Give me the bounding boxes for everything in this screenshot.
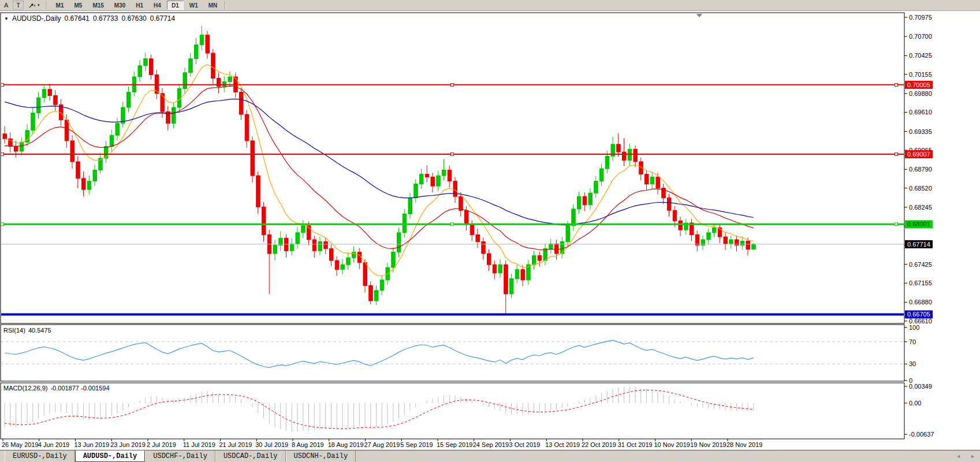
pane-separator-main-rsi[interactable]: [0, 323, 904, 325]
date-label: 24 Sep 2019: [473, 441, 509, 448]
pane-separator-rsi-macd[interactable]: [0, 381, 904, 383]
candle: [37, 92, 41, 119]
tab-scrollbar: ◄ ►: [956, 453, 975, 460]
candle: [93, 165, 97, 186]
text-tool-button[interactable]: T: [13, 1, 24, 10]
tab-scroll-right-arrow[interactable]: ►: [970, 453, 975, 460]
candle: [650, 172, 654, 189]
chart-tab-audusd[interactable]: AUDUSD-,Daily: [75, 450, 146, 462]
price-tick-label: 0.68790: [909, 166, 932, 173]
svg-text:0.69007: 0.69007: [907, 151, 930, 158]
rsi-pane: [1, 340, 904, 367]
candle: [375, 285, 379, 305]
candle: [262, 202, 266, 242]
price-tick-label: 0.67155: [909, 280, 932, 286]
font-tool-button[interactable]: A: [1, 1, 12, 10]
candle: [645, 170, 649, 190]
chart-shift-marker: [696, 14, 702, 17]
chart-tab-usdcnh[interactable]: USDCNH-,Daily: [286, 450, 356, 462]
candle: [369, 281, 373, 304]
level-price-label: 0.70005: [905, 81, 933, 89]
candle: [442, 159, 446, 180]
candle: [414, 179, 418, 203]
candle: [132, 71, 136, 96]
candle: [3, 126, 7, 144]
candle: [240, 88, 244, 120]
svg-text:0.70005: 0.70005: [907, 81, 930, 88]
timeframe-button-m1[interactable]: M1: [51, 1, 69, 10]
candle: [346, 252, 351, 270]
date-label: 31 Oct 2019: [618, 441, 653, 448]
candle: [690, 219, 694, 241]
price-tick-label: 0.68520: [909, 185, 932, 192]
candle: [634, 146, 638, 167]
candle: [476, 229, 480, 248]
date-label: 11 Jul 2019: [183, 441, 215, 448]
chart-tabs-bar: EURUSD-,DailyAUDUSD-,DailyUSDCHF-,DailyU…: [0, 450, 980, 462]
chart-canvas[interactable]: 0.709750.707000.704250.701550.698800.696…: [0, 0, 980, 462]
candle: [54, 90, 58, 111]
time-axis: 26 May 20194 Jun 201913 Jun 201923 Jun 2…: [2, 439, 762, 448]
chart-tab-eurusd[interactable]: EURUSD-,Daily: [5, 450, 75, 462]
macd-current-values: -0.001877 -0.001594: [50, 385, 109, 392]
chart-tabs: EURUSD-,DailyAUDUSD-,DailyUSDCHF-,DailyU…: [5, 450, 356, 462]
chart-tab-usdcad[interactable]: USDCAD-,Daily: [215, 450, 286, 462]
candle: [285, 234, 289, 258]
candle: [527, 260, 531, 285]
candle: [572, 204, 576, 230]
rsi-name: RSI(14): [3, 327, 25, 334]
dropdown-caret-icon: ▾: [38, 3, 40, 8]
date-label: 19 Nov 2019: [690, 441, 726, 448]
timeframe-button-m5[interactable]: M5: [70, 1, 87, 10]
date-label: 18 Aug 2019: [328, 441, 364, 448]
timeframe-button-m15[interactable]: M15: [88, 1, 108, 10]
candle: [20, 137, 24, 155]
arrow-objects-button[interactable]: ▾: [25, 1, 43, 10]
candle: [189, 53, 193, 77]
tab-scroll-left-arrow[interactable]: ◄: [956, 453, 961, 460]
candle: [493, 260, 497, 280]
macd-name: MACD(12,26,9): [3, 385, 47, 392]
date-label: 28 Nov 2019: [726, 441, 762, 448]
date-label: 10 Nov 2019: [654, 441, 690, 448]
price-tick-label: 0.70155: [909, 71, 932, 78]
chart-tab-usdchf[interactable]: USDCHF-,Daily: [145, 450, 215, 462]
candle: [600, 164, 604, 187]
candle: [217, 73, 221, 94]
price-tick-label: 0.68245: [909, 204, 932, 211]
candle: [48, 84, 52, 100]
candle: [713, 223, 717, 237]
candle: [357, 248, 362, 269]
mt4-terminal-window: A T ▾ M1M5M15M30H1H4D1W1MN 0.709750.7070…: [0, 0, 980, 462]
date-label: 21 Jul 2019: [219, 441, 252, 448]
candle: [679, 217, 683, 236]
chart-symbol-label: AUDUSD-,Daily: [12, 14, 61, 23]
timeframe-button-w1[interactable]: W1: [185, 1, 203, 10]
date-label: 22 Oct 2019: [582, 441, 616, 448]
candle: [172, 103, 176, 129]
timeframe-button-h4[interactable]: H4: [149, 1, 166, 10]
candle: [273, 240, 277, 260]
date-label: 4 Jun 2019: [38, 441, 69, 448]
candle: [611, 137, 615, 161]
candle: [583, 192, 587, 211]
candle: [397, 228, 401, 257]
date-label: 15 Sep 2019: [437, 441, 472, 448]
timeframe-button-mn[interactable]: MN: [204, 1, 222, 10]
main-price-pane: [1, 26, 904, 314]
candle: [724, 233, 728, 250]
timeframe-button-group: M1M5M15M30H1H4D1W1MN: [51, 1, 223, 10]
candle: [543, 244, 547, 265]
level-price-label: 0.69007: [905, 150, 933, 158]
date-label: 3 Oct 2019: [509, 441, 541, 448]
candle: [740, 237, 744, 250]
price-tick-label: 0.67425: [909, 261, 932, 268]
main-pane-frame: [1, 13, 904, 323]
timeframe-button-m30[interactable]: M30: [110, 1, 130, 10]
symbol-collapse-icon[interactable]: ▼: [4, 16, 9, 21]
date-label: 2 Jul 2019: [147, 441, 176, 448]
timeframe-button-d1[interactable]: D1: [167, 1, 184, 10]
timeframe-button-h1[interactable]: H1: [131, 1, 148, 10]
ohlc-high: 0.67733: [93, 14, 118, 23]
rsi-axis-label: 100: [909, 324, 919, 331]
